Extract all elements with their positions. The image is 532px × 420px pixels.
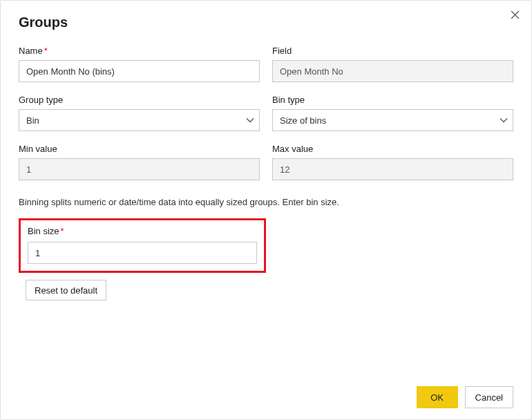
groups-dialog: Groups Name* Field Group type Bin bbox=[1, 1, 531, 419]
bin-size-label: Bin size* bbox=[28, 226, 257, 236]
bin-size-input[interactable] bbox=[28, 242, 257, 264]
bin-type-field-group: Bin type Size of bins bbox=[272, 95, 513, 131]
name-label: Name* bbox=[19, 46, 260, 56]
name-field-group: Name* bbox=[19, 46, 260, 82]
min-value-field-group: Min value bbox=[19, 144, 260, 180]
form-grid: Name* Field Group type Bin Bin type bbox=[19, 46, 513, 180]
reset-to-default-button[interactable]: Reset to default bbox=[26, 280, 106, 300]
group-type-select[interactable]: Bin bbox=[19, 109, 260, 131]
bin-size-highlight: Bin size* bbox=[19, 218, 266, 273]
group-type-field-group: Group type Bin bbox=[19, 95, 260, 131]
field-label: Field bbox=[272, 46, 513, 56]
name-input[interactable] bbox=[19, 60, 260, 82]
field-input bbox=[272, 60, 513, 82]
group-type-label: Group type bbox=[19, 95, 260, 105]
cancel-button[interactable]: Cancel bbox=[465, 386, 513, 408]
max-value-field-group: Max value bbox=[272, 144, 513, 180]
max-value-label: Max value bbox=[272, 144, 513, 154]
close-icon bbox=[511, 10, 520, 19]
close-button[interactable] bbox=[508, 8, 522, 21]
bin-type-select[interactable]: Size of bins bbox=[272, 109, 513, 131]
min-value-input bbox=[19, 158, 260, 180]
ok-button[interactable]: OK bbox=[417, 386, 458, 408]
min-value-label: Min value bbox=[19, 144, 260, 154]
dialog-footer: OK Cancel bbox=[19, 379, 513, 408]
required-marker: * bbox=[61, 226, 64, 236]
bin-type-label: Bin type bbox=[272, 95, 513, 105]
max-value-input bbox=[272, 158, 513, 180]
dialog-title: Groups bbox=[19, 15, 513, 30]
required-marker: * bbox=[44, 46, 48, 56]
help-text: Binning splits numeric or date/time data… bbox=[19, 197, 513, 207]
field-field-group: Field bbox=[272, 46, 513, 82]
